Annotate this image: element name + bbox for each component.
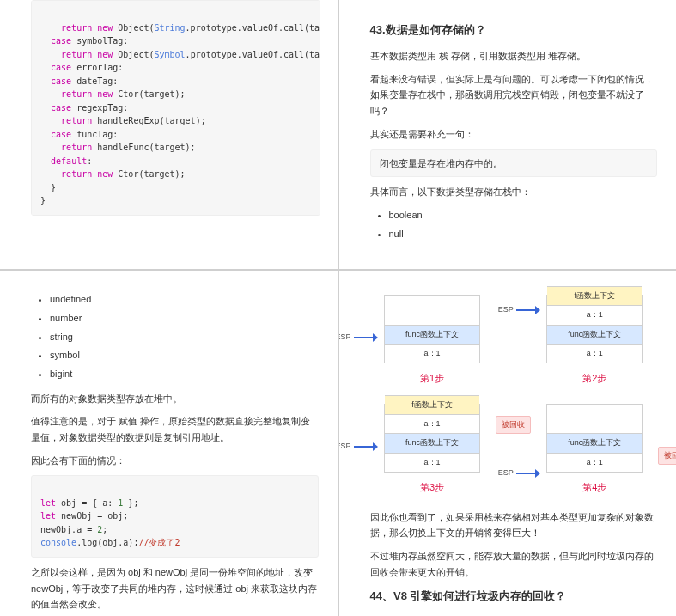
arrow-icon [354, 443, 378, 450]
arrow-icon [516, 470, 540, 477]
esp-pointer: ESP [339, 440, 378, 453]
bl-p2: 值得注意的是，对于 赋值 操作，原始类型的数据直接完整地复制变量值，对象数据类型… [31, 413, 319, 445]
arrow-icon [354, 334, 378, 341]
panel-bottom-left: undefined number string symbol bigint 而所… [0, 271, 338, 616]
step-label: 第4步 [582, 479, 606, 496]
esp-label: ESP [339, 331, 351, 344]
list-item: number [50, 310, 319, 326]
diagram-step-2: ESP f函数上下文 a：1 func函数上下文 a：1 第2步 [539, 295, 650, 387]
stack-cell-func: func函数上下文 [547, 433, 642, 452]
list-item: undefined [50, 291, 319, 308]
arrow-icon [516, 307, 540, 314]
code-block-obj: let obj = { a: 1 }; let newObj = obj; ne… [31, 475, 319, 558]
stack-box: f函数上下文 a：1 func函数上下文 a：1 [384, 404, 480, 473]
list-item: boolean [389, 207, 658, 223]
stack-cell-a: a：1 [547, 305, 642, 324]
br-p-after2: 不过堆内存虽然空间大，能存放大量的数据，但与此同时垃圾内存的回收会带来更大的开销… [370, 548, 658, 580]
stack-box: f函数上下文 a：1 func函数上下文 a：1 [546, 295, 643, 363]
stack-box: func函数上下文 a：1 [384, 295, 480, 363]
stack-types-list-1: boolean null [370, 207, 658, 241]
stack-cell-a: a：1 [385, 414, 479, 433]
stack-cell-a: a：1 [547, 453, 642, 472]
bl-p4: 之所以会这样，是因为 obj 和 newObj 是同一份堆空间的地址，改变 ne… [31, 564, 319, 613]
code-block-switch: return new Object(String.prototype.value… [31, 0, 320, 216]
stack-cell-a: a：1 [385, 344, 479, 363]
bl-p3: 因此会有下面的情况： [31, 453, 319, 469]
step-label: 第2步 [582, 370, 606, 387]
diagram-step-1: ESP func函数上下文 a：1 第1步 [377, 295, 488, 387]
list-item: null [389, 226, 658, 242]
esp-label: ESP [339, 440, 351, 453]
esp-pointer: ESP [498, 467, 540, 479]
stack-cell-a: a：1 [547, 344, 642, 363]
q43-p4: 具体而言，以下数据类型存储在栈中： [370, 184, 658, 200]
panel-top-right: 43.数据是如何存储的？ 基本数据类型用 栈 存储，引用数据类型用 堆存储。 看… [339, 0, 677, 269]
panel-bottom-right: ESP func函数上下文 a：1 第1步 ESP f函数上下文 [339, 271, 677, 616]
gc-tag: 被回收 [496, 416, 531, 434]
br-p-after1: 因此你也看到了，如果采用栈来存储相对基本类型更加复杂的对象数据，那么切换上下文的… [370, 509, 658, 541]
stack-cell-f: f函数上下文 [385, 395, 479, 414]
stack-types-list-2: undefined number string symbol bigint [31, 291, 319, 381]
gc-tag: 被回收 [658, 447, 676, 465]
q43-title: 43.数据是如何存储的？ [370, 21, 658, 40]
list-item: symbol [50, 347, 319, 363]
stack-cell-func: func函数上下文 [385, 325, 479, 344]
step-label: 第1步 [420, 370, 444, 387]
stack-cell-f: f函数上下文 [547, 286, 642, 305]
step-label: 第3步 [420, 479, 444, 496]
stack-cell-func: func函数上下文 [547, 325, 642, 344]
q43-p3: 其实还是需要补充一句： [370, 126, 658, 143]
stack-box: func函数上下文 a：1 [546, 404, 643, 473]
esp-label: ESP [498, 303, 514, 316]
stack-cell-a: a：1 [385, 453, 479, 472]
q43-p2: 看起来没有错误，但实际上是有问题的。可以考虑一下闭包的情况，如果变量存在栈中，那… [370, 71, 658, 119]
list-item: bigint [50, 366, 319, 382]
esp-pointer: ESP [498, 303, 540, 316]
stack-diagram: ESP func函数上下文 a：1 第1步 ESP f函数上下文 [377, 295, 651, 495]
q43-p1: 基本数据类型用 栈 存储，引用数据类型用 堆存储。 [370, 48, 658, 64]
panel-top-left: return new Object(String.prototype.value… [0, 0, 338, 269]
q44-title: 44、V8 引擎如何进行垃圾内存的回收？ [370, 587, 658, 606]
stack-cell-func: func函数上下文 [385, 433, 479, 452]
diagram-step-4: ESP 被回收 func函数上下文 a：1 第4步 [539, 404, 650, 496]
diagram-step-3: ESP 被回收 f函数上下文 a：1 func函数上下文 a：1 第3步 [377, 404, 488, 496]
esp-pointer: ESP [339, 331, 378, 344]
q43-quote: 闭包变量是存在堆内存中的。 [370, 149, 658, 178]
esp-label: ESP [498, 467, 514, 479]
bl-p1: 而所有的对象数据类型存放在堆中。 [31, 391, 319, 407]
list-item: string [50, 329, 319, 345]
